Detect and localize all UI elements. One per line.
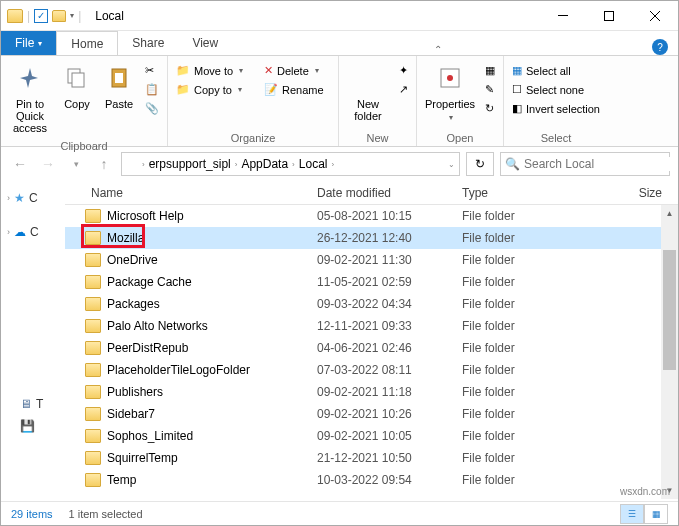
- breadcrumb[interactable]: AppData: [239, 157, 290, 171]
- address-dropdown-icon[interactable]: ⌄: [448, 160, 455, 169]
- breadcrumb[interactable]: erpsupport_sipl: [147, 157, 233, 171]
- col-date[interactable]: Date modified: [317, 186, 462, 200]
- table-row[interactable]: PeerDistRepub04-06-2021 02:46File folder: [65, 337, 678, 359]
- scroll-up-icon[interactable]: ▲: [661, 205, 678, 222]
- paste-button[interactable]: Paste: [99, 58, 139, 114]
- file-name: PlaceholderTileLogoFolder: [107, 363, 317, 377]
- recent-dropdown[interactable]: ▾: [65, 153, 87, 175]
- view-icons-button[interactable]: ▦: [644, 504, 668, 524]
- qat-dropdown-icon[interactable]: ▾: [70, 11, 74, 20]
- tab-share[interactable]: Share: [118, 31, 178, 55]
- file-type: File folder: [462, 363, 612, 377]
- file-date: 21-12-2021 10:50: [317, 451, 462, 465]
- invert-selection-button[interactable]: ◧Invert selection: [508, 100, 604, 117]
- select-all-button[interactable]: ▦Select all: [508, 62, 604, 79]
- qat-folder-icon[interactable]: [52, 10, 66, 22]
- table-row[interactable]: SquirrelTemp21-12-2021 10:50File folder: [65, 447, 678, 469]
- edit-button[interactable]: ✎: [481, 81, 499, 98]
- svg-rect-1: [605, 11, 614, 20]
- star-icon: ★: [14, 191, 25, 205]
- move-to-button[interactable]: 📁Move to▾: [172, 62, 258, 79]
- file-type: File folder: [462, 341, 612, 355]
- cloud-icon: ☁: [14, 225, 26, 239]
- col-type[interactable]: Type: [462, 186, 612, 200]
- table-row[interactable]: Microsoft Help05-08-2021 10:15File folde…: [65, 205, 678, 227]
- search-box[interactable]: 🔍: [500, 152, 670, 176]
- properties-button[interactable]: Properties▾: [421, 58, 479, 127]
- navigation-pane[interactable]: ›★C ›☁C 🖥T 💾: [1, 181, 65, 499]
- paste-icon: [103, 62, 135, 94]
- file-name: Publishers: [107, 385, 317, 399]
- file-type: File folder: [462, 429, 612, 443]
- table-row[interactable]: Packages09-03-2022 04:34File folder: [65, 293, 678, 315]
- properties-icon: [434, 62, 466, 94]
- address-bar[interactable]: › erpsupport_sipl › AppData › Local › ⌄: [121, 152, 460, 176]
- history-icon: ↻: [485, 102, 494, 115]
- easy-access-button[interactable]: ↗: [395, 81, 412, 98]
- view-details-button[interactable]: ☰: [620, 504, 644, 524]
- rename-button[interactable]: 📝Rename: [260, 81, 334, 98]
- ribbon-collapse-icon[interactable]: ⌃: [434, 44, 450, 55]
- chevron-right-icon: ›: [7, 193, 10, 203]
- copy-path-button[interactable]: 📋: [141, 81, 163, 98]
- col-size[interactable]: Size: [612, 186, 672, 200]
- pin-quick-access-button[interactable]: Pin to Quick access: [5, 58, 55, 138]
- copy-to-button[interactable]: 📁Copy to▾: [172, 81, 258, 98]
- file-date: 09-02-2021 11:30: [317, 253, 462, 267]
- new-folder-icon: [352, 62, 384, 94]
- select-none-button[interactable]: ☐Select none: [508, 81, 604, 98]
- forward-button[interactable]: →: [37, 153, 59, 175]
- cut-button[interactable]: ✂: [141, 62, 163, 79]
- qat-checkbox-icon[interactable]: ✓: [34, 9, 48, 23]
- new-item-button[interactable]: ✦: [395, 62, 412, 79]
- file-name: Sophos_Limited: [107, 429, 317, 443]
- search-input[interactable]: [524, 157, 674, 171]
- back-button[interactable]: ←: [9, 153, 31, 175]
- vertical-scrollbar[interactable]: ▲ ▼: [661, 205, 678, 499]
- breadcrumb[interactable]: Local: [297, 157, 330, 171]
- history-button[interactable]: ↻: [481, 100, 499, 117]
- col-name[interactable]: Name: [65, 186, 317, 200]
- group-new: New folder ✦ ↗ New: [339, 56, 417, 146]
- table-row[interactable]: Temp10-03-2022 09:54File folder: [65, 469, 678, 491]
- column-headers[interactable]: Name Date modified Type Size: [65, 181, 678, 205]
- open-button[interactable]: ▦: [481, 62, 499, 79]
- table-row[interactable]: Sophos_Limited09-02-2021 10:05File folde…: [65, 425, 678, 447]
- up-button[interactable]: ↑: [93, 153, 115, 175]
- qat-separator: |: [78, 9, 81, 23]
- new-folder-button[interactable]: New folder: [343, 58, 393, 126]
- folder-icon: [85, 231, 101, 245]
- copyto-icon: 📁: [176, 83, 190, 96]
- delete-icon: ✕: [264, 64, 273, 77]
- nav-this-pc[interactable]: 🖥T: [3, 393, 63, 415]
- nav-onedrive[interactable]: ›☁C: [3, 221, 63, 243]
- delete-button[interactable]: ✕Delete▾: [260, 62, 334, 79]
- file-name: PeerDistRepub: [107, 341, 317, 355]
- close-button[interactable]: [632, 1, 678, 31]
- table-row[interactable]: Mozilla26-12-2021 12:40File folder: [65, 227, 678, 249]
- table-row[interactable]: PlaceholderTileLogoFolder07-03-2022 08:1…: [65, 359, 678, 381]
- table-row[interactable]: OneDrive09-02-2021 11:30File folder: [65, 249, 678, 271]
- file-date: 26-12-2021 12:40: [317, 231, 462, 245]
- tab-file[interactable]: File▾: [1, 31, 56, 55]
- refresh-button[interactable]: ↻: [466, 152, 494, 176]
- copy-button[interactable]: Copy: [57, 58, 97, 114]
- table-row[interactable]: Palo Alto Networks12-11-2021 09:33File f…: [65, 315, 678, 337]
- nav-drive[interactable]: 💾: [3, 415, 63, 437]
- table-row[interactable]: Package Cache11-05-2021 02:59File folder: [65, 271, 678, 293]
- scroll-thumb[interactable]: [663, 250, 676, 370]
- nav-quick-access[interactable]: ›★C: [3, 187, 63, 209]
- ribbon: Pin to Quick access Copy Paste ✂ 📋 📎 Cli…: [1, 55, 678, 147]
- tab-home[interactable]: Home: [56, 31, 118, 55]
- table-row[interactable]: Publishers09-02-2021 11:18File folder: [65, 381, 678, 403]
- maximize-button[interactable]: [586, 1, 632, 31]
- file-type: File folder: [462, 275, 612, 289]
- tab-view[interactable]: View: [178, 31, 232, 55]
- file-date: 09-03-2022 04:34: [317, 297, 462, 311]
- help-icon[interactable]: ?: [652, 39, 668, 55]
- folder-icon: [85, 209, 101, 223]
- paste-shortcut-button[interactable]: 📎: [141, 100, 163, 117]
- minimize-button[interactable]: [540, 1, 586, 31]
- file-type: File folder: [462, 209, 612, 223]
- table-row[interactable]: Sidebar709-02-2021 10:26File folder: [65, 403, 678, 425]
